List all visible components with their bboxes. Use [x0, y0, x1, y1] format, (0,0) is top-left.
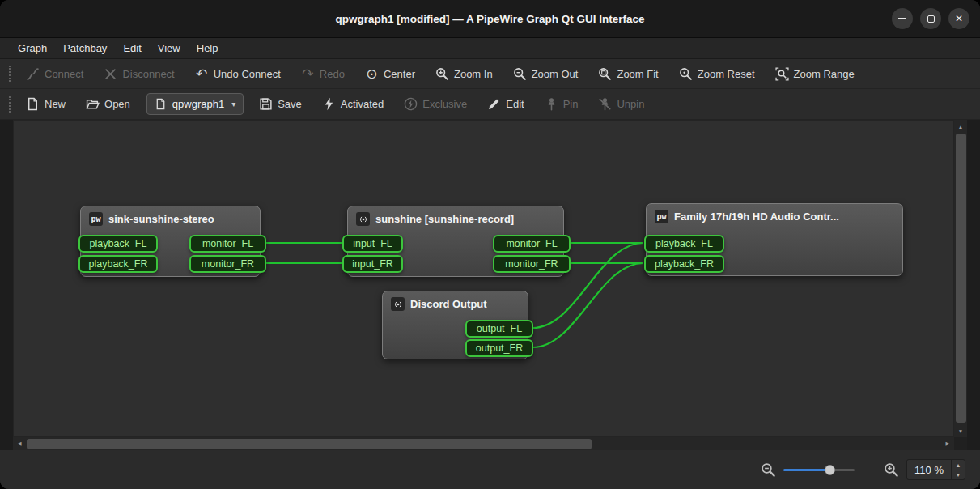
node-title: sunshine [sunshine-record] [375, 213, 514, 225]
patchbay-toolbar: New Open qpwgraph1 ▾ Save Activated Excl… [0, 89, 980, 120]
new-label: New [45, 98, 66, 110]
connections-layer [14, 121, 954, 437]
close-button[interactable]: ✕ [948, 8, 969, 29]
disconnect-button[interactable]: Disconnect [96, 63, 181, 85]
disconnect-label: Disconnect [122, 68, 174, 80]
zoom-out-button[interactable]: Zoom Out [506, 63, 586, 85]
sink-playback-fl-port[interactable]: playback_FL [78, 235, 158, 253]
discord-output-fr-port[interactable]: output_FR [465, 339, 533, 357]
exclusive-bolt-icon [404, 97, 418, 111]
menu-graph[interactable]: Graph [10, 39, 55, 57]
sunshine-monitor-fl-port[interactable]: monitor_FL [493, 235, 571, 253]
center-button[interactable]: ⊙ Center [358, 63, 422, 85]
zoom-in-label: Zoom In [454, 68, 493, 80]
sink-monitor-fl-port[interactable]: monitor_FL [189, 235, 266, 253]
zoom-range-icon [775, 67, 789, 81]
menu-help[interactable]: Help [189, 39, 227, 57]
zoom-in-button[interactable]: Zoom In [428, 63, 500, 85]
toolbar-drag-handle[interactable] [9, 96, 11, 113]
unpin-button[interactable]: Unpin [591, 93, 651, 115]
connect-button[interactable]: Connect [19, 63, 91, 85]
family-playback-fr-port[interactable]: playback_FR [644, 255, 724, 273]
node-header: pw Family 17h/19h HD Audio Contr... [647, 204, 902, 223]
menu-patchbay[interactable]: Patchbay [55, 39, 115, 57]
unpin-label: Unpin [617, 98, 644, 110]
exclusive-button[interactable]: Exclusive [397, 93, 474, 115]
vertical-scrollbar-thumb[interactable] [956, 134, 966, 423]
unpin-icon [598, 97, 612, 111]
undo-connect-label: Undo Connect [214, 68, 281, 80]
maximize-button[interactable] [920, 8, 941, 29]
sunshine-monitor-fr-port[interactable]: monitor_FR [493, 255, 571, 273]
open-folder-icon [86, 97, 100, 111]
titlebar[interactable]: qpwgraph1 [modified] — A PipeWire Graph … [0, 0, 980, 38]
discord-output-fl-port[interactable]: output_FL [465, 320, 533, 338]
scrollbar-corner [954, 437, 967, 450]
menu-view[interactable]: View [150, 39, 189, 57]
scroll-down-arrow[interactable]: ▼ [954, 424, 967, 437]
node-sink-sunshine-stereo[interactable]: pw sink-sunshine-stereo playback_FL play… [80, 206, 261, 277]
window-title: qpwgraph1 [modified] — A PipeWire Graph … [335, 13, 644, 25]
patchbay-file-icon [155, 98, 167, 110]
pipewire-icon: pw [655, 210, 668, 223]
zoom-range-button[interactable]: Zoom Range [768, 63, 862, 85]
node-discord-output[interactable]: Discord Output output_FL output_FR [382, 291, 528, 359]
redo-icon: ↷ [301, 67, 315, 81]
center-icon: ⊙ [365, 67, 379, 81]
app-window: qpwgraph1 [modified] — A PipeWire Graph … [0, 0, 980, 489]
horizontal-scrollbar[interactable]: ◀ ▶ [13, 437, 954, 450]
patchbay-profile-value: qpwgraph1 [172, 98, 224, 110]
horizontal-scrollbar-thumb[interactable] [27, 439, 592, 449]
save-label: Save [278, 98, 302, 110]
connect-icon [26, 67, 40, 81]
sink-monitor-fr-port[interactable]: monitor_FR [189, 255, 266, 273]
spin-up-icon[interactable]: ▲ [952, 460, 965, 470]
node-title: sink-sunshine-stereo [108, 213, 214, 225]
node-sunshine-record[interactable]: sunshine [sunshine-record] input_FL inpu… [347, 206, 564, 277]
zoom-spinbox[interactable]: 110 % ▲ ▼ [906, 459, 965, 480]
graph-canvas[interactable]: pw sink-sunshine-stereo playback_FL play… [13, 120, 954, 437]
sunshine-input-fr-port[interactable]: input_FR [342, 255, 403, 273]
vertical-scrollbar[interactable]: ▲ ▼ [954, 120, 967, 437]
save-icon [259, 97, 273, 111]
zoom-in-magnifier-icon[interactable] [884, 462, 899, 478]
undo-connect-button[interactable]: ↶ Undo Connect [188, 63, 288, 85]
close-icon: ✕ [955, 14, 963, 23]
zoom-slider[interactable] [783, 462, 855, 477]
scroll-up-arrow[interactable]: ▲ [954, 120, 967, 133]
undo-icon: ↶ [195, 67, 209, 81]
open-button[interactable]: Open [78, 93, 138, 115]
node-header: sunshine [sunshine-record] [348, 206, 563, 226]
zoom-out-label: Zoom Out [532, 68, 579, 80]
redo-button[interactable]: ↷ Redo [294, 63, 352, 85]
minimize-button[interactable] [892, 8, 913, 29]
zoom-value[interactable]: 110 % [907, 460, 951, 479]
sunshine-input-fl-port[interactable]: input_FL [342, 235, 403, 253]
activated-button[interactable]: Activated [315, 93, 391, 115]
save-button[interactable]: Save [252, 93, 309, 115]
edit-button[interactable]: Edit [480, 93, 531, 115]
spin-buttons: ▲ ▼ [951, 460, 965, 479]
pin-label: Pin [563, 98, 579, 110]
spin-down-icon[interactable]: ▼ [952, 470, 965, 479]
menu-edit[interactable]: Edit [115, 39, 149, 57]
zoom-fit-button[interactable]: Zoom Fit [591, 63, 665, 85]
redo-label: Redo [320, 68, 345, 80]
disconnect-icon [104, 67, 117, 81]
zoom-reset-button[interactable]: Zoom Reset [672, 63, 762, 85]
toolbar-drag-handle[interactable] [9, 66, 11, 82]
zoom-slider-fill [783, 469, 829, 471]
scroll-left-arrow[interactable]: ◀ [13, 437, 26, 450]
zoom-slider-handle[interactable] [825, 465, 835, 475]
pin-button[interactable]: Pin [537, 93, 586, 115]
patchbay-profile-combobox[interactable]: qpwgraph1 ▾ [146, 93, 244, 115]
zoom-range-label: Zoom Range [794, 68, 855, 80]
zoom-in-icon [435, 67, 449, 81]
scroll-right-arrow[interactable]: ▶ [941, 437, 954, 450]
family-playback-fl-port[interactable]: playback_FL [644, 235, 724, 253]
center-label: Center [384, 68, 415, 80]
node-family-hd-audio-controller[interactable]: pw Family 17h/19h HD Audio Contr... play… [646, 203, 903, 276]
sink-playback-fr-port[interactable]: playback_FR [78, 255, 158, 273]
new-button[interactable]: New [19, 93, 73, 115]
zoom-out-magnifier-icon[interactable] [761, 462, 776, 478]
